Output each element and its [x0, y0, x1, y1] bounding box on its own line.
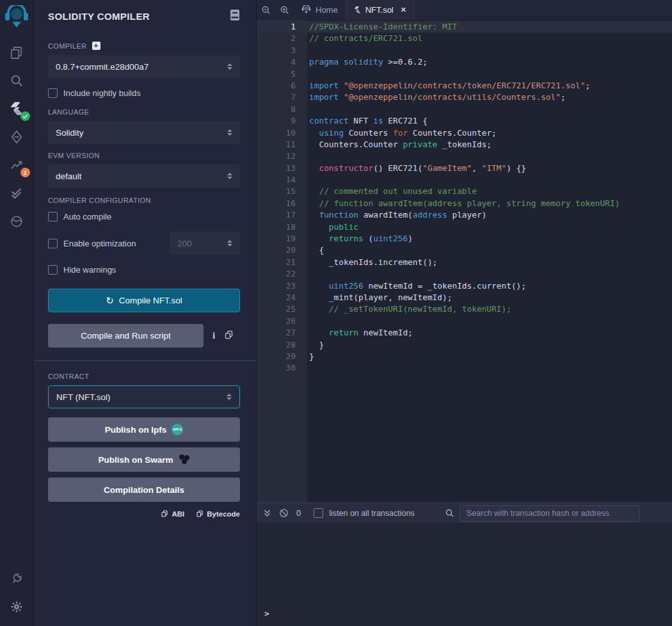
code-line[interactable]: 6import "@openzeppelin/contracts/token/E… — [257, 80, 672, 92]
compilation-details-button[interactable]: Compilation Details — [48, 478, 240, 502]
language-select[interactable]: Solidity — [48, 121, 240, 144]
icon-rail: 1 — [0, 0, 33, 626]
hide-warnings-checkbox[interactable] — [48, 265, 58, 275]
listen-all-label: listen on all transactions — [329, 509, 414, 518]
swarm-icon — [179, 454, 190, 465]
code-line[interactable]: 2// contracts/ERC721.sol — [257, 33, 672, 44]
code-editor[interactable]: 1//SPDX-License-Identifier: MIT2// contr… — [257, 20, 672, 502]
terminal-search-icon — [445, 508, 454, 518]
zoom-out-icon[interactable] — [257, 0, 275, 20]
listen-all-checkbox[interactable] — [314, 508, 323, 518]
copy-abi-button[interactable]: ABI — [161, 510, 184, 518]
compile-button[interactable]: ↻ Compile NFT.sol — [48, 289, 240, 312]
evm-version-select[interactable]: default — [48, 165, 240, 188]
clear-ban-icon[interactable] — [279, 508, 289, 518]
code-line[interactable]: 22 — [257, 268, 672, 280]
code-line[interactable]: 24 _mint(player, newItemId); — [257, 292, 672, 303]
auto-compile-checkbox[interactable] — [48, 212, 58, 221]
code-line[interactable]: 3 — [257, 45, 672, 56]
contract-section-label: CONTRACT — [48, 373, 240, 380]
section-divider — [33, 360, 256, 361]
terminal-bar: 0 listen on all transactions — [257, 503, 672, 523]
editor-tabbar: Home NFT.sol ✕ — [257, 0, 672, 20]
chevron-updown-icon — [227, 391, 232, 403]
code-line[interactable]: 12 — [257, 150, 672, 162]
copy-bytecode-button[interactable]: Bytecode — [196, 510, 240, 518]
solidity-compiler-panel: SOLIDITY COMPILER COMPILER + 0.8.7+commi… — [33, 0, 257, 626]
tab-nft-sol[interactable]: NFT.sol ✕ — [346, 0, 415, 20]
code-line[interactable]: 15 // commented out unused variable — [257, 186, 672, 197]
remix-ide: 1 — [0, 0, 672, 626]
publish-ipfs-button[interactable]: Publish on Ipfs IPFS — [48, 417, 240, 442]
code-line[interactable]: 8 — [257, 104, 672, 115]
code-line[interactable]: 17 function awardItem(address player) — [257, 209, 672, 221]
code-line[interactable]: 1//SPDX-License-Identifier: MIT — [257, 21, 672, 33]
code-line[interactable]: 9contract NFT is ERC721 { — [257, 115, 672, 127]
code-line[interactable]: 23 uint256 newItemId = _tokenIds.current… — [257, 280, 672, 292]
terminal-search-input[interactable] — [460, 505, 640, 522]
refresh-icon: ↻ — [106, 296, 114, 305]
unit-testing-icon[interactable] — [0, 179, 33, 207]
terminal-prompt[interactable]: > — [264, 609, 269, 618]
compile-success-badge — [20, 111, 30, 121]
code-line[interactable]: 13 constructor() ERC721("GameItem", "ITM… — [257, 163, 672, 174]
code-line[interactable]: 5 — [257, 68, 672, 80]
documentation-book-icon[interactable] — [230, 9, 240, 24]
include-nightly-label: Include nightly builds — [63, 88, 141, 98]
code-line[interactable]: 18 public — [257, 221, 672, 233]
code-line[interactable]: 7import "@openzeppelin/contracts/utils/C… — [257, 92, 672, 103]
chevron-updown-icon — [227, 127, 232, 138]
info-icon[interactable]: i — [212, 330, 215, 341]
remix-logo-icon[interactable] — [4, 5, 29, 31]
code-line[interactable]: 29} — [257, 351, 672, 362]
transaction-count: 0 — [296, 508, 301, 518]
contract-select[interactable]: NFT (NFT.sol) — [48, 385, 240, 408]
optimization-runs-input[interactable]: 200 — [170, 232, 240, 255]
code-line[interactable]: 26 — [257, 316, 672, 327]
solidity-compiler-icon[interactable] — [0, 95, 33, 123]
code-line[interactable]: 20 { — [257, 245, 672, 256]
code-line[interactable]: 4pragma solidity >=0.6.2; — [257, 56, 672, 68]
file-explorer-icon[interactable] — [0, 38, 33, 67]
add-compiler-icon[interactable]: + — [92, 42, 100, 50]
debugger-icon[interactable] — [0, 207, 33, 236]
close-tab-icon[interactable]: ✕ — [401, 6, 406, 14]
code-line[interactable]: 27 return newItemId; — [257, 327, 672, 339]
evm-section-label: EVM VERSION — [48, 152, 240, 159]
code-line[interactable]: 16 // function awardItem(address player,… — [257, 198, 672, 209]
code-lines: 1//SPDX-License-Identifier: MIT2// contr… — [257, 21, 672, 374]
code-line[interactable]: 25 // _setTokenURI(newItemId, tokenURI); — [257, 303, 672, 315]
tab-home[interactable]: Home — [294, 0, 346, 20]
ipfs-icon: IPFS — [172, 424, 183, 435]
analytics-icon[interactable]: 1 — [0, 151, 33, 179]
analytics-count-badge: 1 — [20, 168, 30, 177]
deploy-run-icon[interactable] — [0, 123, 33, 151]
code-line[interactable]: 19 returns (uint256) — [257, 233, 672, 245]
auto-compile-label: Auto compile — [63, 212, 111, 221]
code-line[interactable]: 21 _tokenIds.increment(); — [257, 257, 672, 268]
solidity-file-icon — [354, 6, 361, 14]
plugin-manager-icon[interactable] — [0, 565, 33, 593]
settings-icon[interactable] — [0, 593, 33, 621]
compiler-version-select[interactable]: 0.8.7+commit.e28d00a7 — [48, 55, 240, 78]
main-area: Home NFT.sol ✕ 1//SPDX-License-Identifie… — [257, 0, 672, 626]
search-icon[interactable] — [0, 67, 33, 95]
collapse-chevrons-icon[interactable] — [263, 509, 271, 518]
config-section-label: COMPILER CONFIGURATION — [48, 197, 240, 204]
compile-and-run-button[interactable]: Compile and Run script — [48, 324, 204, 348]
code-line[interactable]: 28 } — [257, 339, 672, 351]
publish-swarm-button[interactable]: Publish on Swarm — [48, 447, 240, 472]
code-line[interactable]: 11 Counters.Counter private _tokenIds; — [257, 139, 672, 150]
enable-optimization-label: Enable optimization — [63, 239, 136, 248]
chevron-updown-icon — [227, 61, 232, 72]
code-line[interactable]: 10 using Counters for Counters.Counter; — [257, 127, 672, 139]
enable-optimization-checkbox[interactable] — [48, 239, 58, 248]
copy-icon[interactable] — [224, 330, 234, 342]
language-section-label: LANGUAGE — [48, 108, 240, 116]
zoom-in-icon[interactable] — [275, 0, 294, 20]
panel-title: SOLIDITY COMPILER — [48, 11, 150, 22]
code-line[interactable]: 30 — [257, 362, 672, 374]
terminal-panel: 0 listen on all transactions > — [257, 502, 672, 626]
code-line[interactable]: 14 — [257, 174, 672, 186]
include-nightly-checkbox[interactable] — [48, 88, 58, 98]
